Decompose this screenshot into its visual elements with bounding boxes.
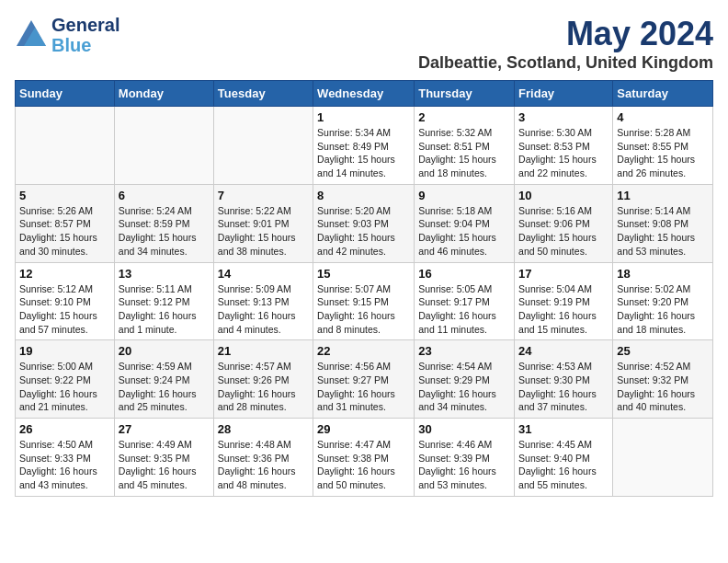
day-number: 13 — [119, 267, 210, 281]
calendar-cell: 12Sunrise: 5:12 AM Sunset: 9:10 PM Dayli… — [16, 262, 115, 340]
calendar-cell: 10Sunrise: 5:16 AM Sunset: 9:06 PM Dayli… — [515, 184, 613, 262]
day-number: 19 — [19, 344, 110, 358]
day-number: 23 — [418, 344, 510, 358]
calendar-cell: 6Sunrise: 5:24 AM Sunset: 8:59 PM Daylig… — [114, 184, 213, 262]
calendar-cell: 3Sunrise: 5:30 AM Sunset: 8:53 PM Daylig… — [515, 107, 613, 185]
calendar-cell: 25Sunrise: 4:52 AM Sunset: 9:32 PM Dayli… — [613, 340, 713, 419]
calendar-cell: 16Sunrise: 5:05 AM Sunset: 9:17 PM Dayli… — [415, 262, 515, 340]
day-info: Sunrise: 5:09 AM Sunset: 9:13 PM Dayligh… — [218, 282, 309, 337]
day-info: Sunrise: 5:22 AM Sunset: 9:01 PM Dayligh… — [218, 204, 309, 259]
day-info: Sunrise: 5:18 AM Sunset: 9:04 PM Dayligh… — [418, 204, 510, 259]
day-number: 8 — [317, 189, 410, 202]
day-number: 11 — [617, 189, 709, 202]
day-info: Sunrise: 5:30 AM Sunset: 8:53 PM Dayligh… — [518, 126, 609, 180]
day-info: Sunrise: 5:24 AM Sunset: 8:59 PM Dayligh… — [119, 204, 210, 259]
day-info: Sunrise: 4:59 AM Sunset: 9:24 PM Dayligh… — [119, 360, 210, 414]
week-row-5: 26Sunrise: 4:50 AM Sunset: 9:33 PM Dayli… — [16, 419, 713, 497]
title-block: May 2024 Dalbeattie, Scotland, United Ki… — [418, 15, 713, 73]
calendar-cell: 2Sunrise: 5:32 AM Sunset: 8:51 PM Daylig… — [415, 107, 515, 185]
day-number: 7 — [218, 189, 309, 202]
logo-line1: General — [51, 15, 119, 35]
day-info: Sunrise: 5:26 AM Sunset: 8:57 PM Dayligh… — [19, 204, 110, 259]
day-number: 10 — [518, 189, 609, 202]
calendar-cell — [613, 419, 713, 497]
weekday-header-friday: Friday — [515, 81, 613, 107]
day-info: Sunrise: 5:05 AM Sunset: 9:17 PM Dayligh… — [418, 282, 510, 337]
day-number: 5 — [19, 189, 110, 202]
calendar-cell: 1Sunrise: 5:34 AM Sunset: 8:49 PM Daylig… — [313, 107, 415, 185]
day-info: Sunrise: 5:28 AM Sunset: 8:55 PM Dayligh… — [617, 126, 709, 180]
calendar-cell: 18Sunrise: 5:02 AM Sunset: 9:20 PM Dayli… — [613, 262, 713, 340]
day-number: 24 — [518, 344, 609, 358]
weekday-header-wednesday: Wednesday — [313, 81, 415, 107]
logo-text: General Blue — [51, 15, 119, 55]
logo-icon — [15, 18, 48, 52]
weekday-header-saturday: Saturday — [613, 81, 713, 107]
page-header: General Blue May 2024 Dalbeattie, Scotla… — [15, 15, 713, 73]
day-number: 4 — [617, 110, 709, 124]
day-info: Sunrise: 5:07 AM Sunset: 9:15 PM Dayligh… — [317, 282, 410, 337]
day-info: Sunrise: 4:46 AM Sunset: 9:39 PM Dayligh… — [418, 438, 510, 492]
calendar-cell: 7Sunrise: 5:22 AM Sunset: 9:01 PM Daylig… — [213, 184, 313, 262]
day-info: Sunrise: 5:20 AM Sunset: 9:03 PM Dayligh… — [317, 204, 410, 259]
calendar-cell: 24Sunrise: 4:53 AM Sunset: 9:30 PM Dayli… — [515, 340, 613, 419]
calendar-cell: 27Sunrise: 4:49 AM Sunset: 9:35 PM Dayli… — [114, 419, 213, 497]
day-number: 22 — [317, 344, 410, 358]
main-title: May 2024 — [418, 15, 713, 53]
calendar-cell: 29Sunrise: 4:47 AM Sunset: 9:38 PM Dayli… — [313, 419, 415, 497]
day-info: Sunrise: 4:52 AM Sunset: 9:32 PM Dayligh… — [617, 360, 709, 414]
calendar-cell: 22Sunrise: 4:56 AM Sunset: 9:27 PM Dayli… — [313, 340, 415, 419]
day-info: Sunrise: 4:47 AM Sunset: 9:38 PM Dayligh… — [317, 438, 410, 492]
day-info: Sunrise: 5:16 AM Sunset: 9:06 PM Dayligh… — [518, 204, 609, 259]
day-number: 20 — [119, 344, 210, 358]
day-number: 31 — [518, 422, 609, 436]
calendar-cell: 17Sunrise: 5:04 AM Sunset: 9:19 PM Dayli… — [515, 262, 613, 340]
day-info: Sunrise: 4:48 AM Sunset: 9:36 PM Dayligh… — [218, 438, 309, 492]
logo: General Blue — [15, 15, 119, 55]
day-info: Sunrise: 4:56 AM Sunset: 9:27 PM Dayligh… — [317, 360, 410, 414]
day-number: 17 — [518, 267, 609, 281]
day-number: 15 — [317, 267, 410, 281]
weekday-header-tuesday: Tuesday — [213, 81, 313, 107]
day-info: Sunrise: 4:57 AM Sunset: 9:26 PM Dayligh… — [218, 360, 309, 414]
weekday-header-thursday: Thursday — [415, 81, 515, 107]
week-row-3: 12Sunrise: 5:12 AM Sunset: 9:10 PM Dayli… — [16, 262, 713, 340]
day-number: 2 — [418, 110, 510, 124]
day-number: 14 — [218, 267, 309, 281]
day-info: Sunrise: 5:11 AM Sunset: 9:12 PM Dayligh… — [119, 282, 210, 337]
day-info: Sunrise: 5:14 AM Sunset: 9:08 PM Dayligh… — [617, 204, 709, 259]
calendar-cell: 9Sunrise: 5:18 AM Sunset: 9:04 PM Daylig… — [415, 184, 515, 262]
day-number: 21 — [218, 344, 309, 358]
calendar-cell — [114, 107, 213, 185]
day-info: Sunrise: 4:53 AM Sunset: 9:30 PM Dayligh… — [518, 360, 609, 414]
day-number: 6 — [119, 189, 210, 202]
day-info: Sunrise: 4:49 AM Sunset: 9:35 PM Dayligh… — [119, 438, 210, 492]
weekday-header-row: SundayMondayTuesdayWednesdayThursdayFrid… — [16, 81, 713, 107]
calendar-cell: 30Sunrise: 4:46 AM Sunset: 9:39 PM Dayli… — [415, 419, 515, 497]
calendar-cell: 11Sunrise: 5:14 AM Sunset: 9:08 PM Dayli… — [613, 184, 713, 262]
calendar-cell: 8Sunrise: 5:20 AM Sunset: 9:03 PM Daylig… — [313, 184, 415, 262]
day-info: Sunrise: 5:12 AM Sunset: 9:10 PM Dayligh… — [19, 282, 110, 337]
calendar-cell: 19Sunrise: 5:00 AM Sunset: 9:22 PM Dayli… — [16, 340, 115, 419]
day-info: Sunrise: 5:00 AM Sunset: 9:22 PM Dayligh… — [19, 360, 110, 414]
weekday-header-sunday: Sunday — [16, 81, 115, 107]
calendar-table: SundayMondayTuesdayWednesdayThursdayFrid… — [15, 80, 713, 497]
day-number: 3 — [518, 110, 609, 124]
day-number: 18 — [617, 267, 709, 281]
subtitle: Dalbeattie, Scotland, United Kingdom — [418, 53, 713, 73]
calendar-cell: 4Sunrise: 5:28 AM Sunset: 8:55 PM Daylig… — [613, 107, 713, 185]
calendar-cell: 14Sunrise: 5:09 AM Sunset: 9:13 PM Dayli… — [213, 262, 313, 340]
day-number: 1 — [317, 110, 410, 124]
day-number: 25 — [617, 344, 709, 358]
day-info: Sunrise: 4:50 AM Sunset: 9:33 PM Dayligh… — [19, 438, 110, 492]
day-number: 12 — [19, 267, 110, 281]
calendar-cell: 5Sunrise: 5:26 AM Sunset: 8:57 PM Daylig… — [16, 184, 115, 262]
day-info: Sunrise: 5:32 AM Sunset: 8:51 PM Dayligh… — [418, 126, 510, 180]
calendar-cell — [213, 107, 313, 185]
calendar-cell: 26Sunrise: 4:50 AM Sunset: 9:33 PM Dayli… — [16, 419, 115, 497]
day-info: Sunrise: 5:34 AM Sunset: 8:49 PM Dayligh… — [317, 126, 410, 180]
calendar-cell: 15Sunrise: 5:07 AM Sunset: 9:15 PM Dayli… — [313, 262, 415, 340]
day-number: 29 — [317, 422, 410, 436]
day-number: 26 — [19, 422, 110, 436]
week-row-2: 5Sunrise: 5:26 AM Sunset: 8:57 PM Daylig… — [16, 184, 713, 262]
